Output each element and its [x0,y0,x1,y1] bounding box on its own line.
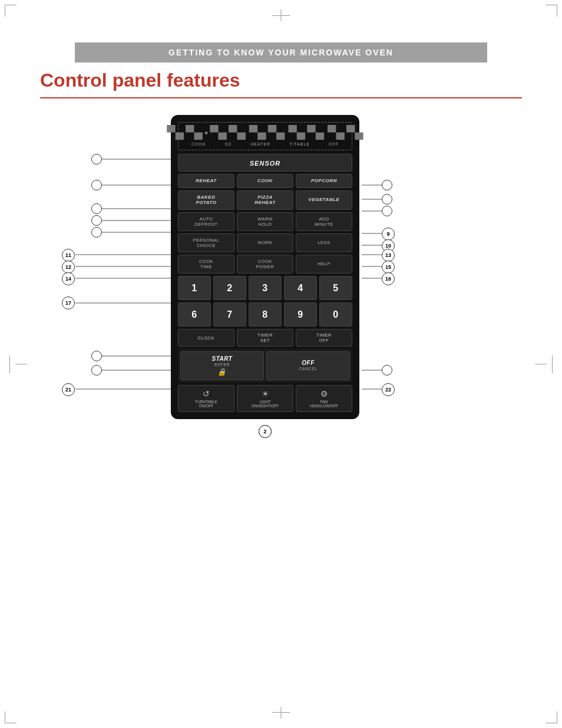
crosshair-left-v [9,355,10,373]
callout-num-15: 15 [382,261,395,274]
callout-num-9: 9 [382,228,395,241]
display-digit-4: ▀▄ [229,126,246,140]
popcorn-button[interactable]: POPCORN [296,174,352,188]
callout-num-12: 12 [62,261,75,274]
add-minute-button[interactable]: ADD MINUTE [296,212,352,231]
num-9-button[interactable]: 9 [284,302,317,327]
turntable-label: TURNTABLE ON/OFF [195,400,217,408]
button-row-5: COOK TIME COOK POWER HELP [178,255,352,274]
callout-num-16: 16 [382,272,395,285]
fan-button[interactable]: ⚙ FAN HIGH/LOW/OFF [296,385,352,412]
more-button[interactable]: MORE [237,233,293,252]
button-row-6: CLOCK TIMER SET TIMER OFF [178,329,352,347]
callout-num-21: 21 [62,383,75,396]
light-label: LIGHT ON/NIGHT/OFF [252,400,279,408]
reheat-button[interactable]: REHEAT [178,174,234,188]
header-text: GETTING TO KNOW YOUR MICROWAVE OVEN [168,48,394,57]
callout-circle-2 [91,180,102,190]
num-7-button[interactable]: 7 [213,302,246,327]
display-digit-7: ▀▄ [288,126,305,140]
button-row-1: REHEAT COOK POPCORN [178,174,352,188]
fan-icon: ⚙ [297,389,351,398]
help-button[interactable]: HELP [296,255,352,274]
cook-power-button[interactable]: COOK POWER [237,255,293,274]
corner-mark-bl [5,711,16,723]
display-label-ttable: T/TABLE [289,142,310,146]
num-0-button[interactable]: 0 [319,302,352,327]
display-digit-6: ▀▄ [268,126,285,140]
page-title: Control panel features [40,70,240,91]
button-row-3: AUTO DEFROST WARM HOLD ADD MINUTE [178,212,352,231]
light-icon: ☀ [239,389,292,398]
callout-num-14: 14 [62,272,75,285]
fan-label: FAN HIGH/LOW/OFF [310,400,338,408]
cook-time-button[interactable]: COOK TIME [178,255,234,274]
light-button[interactable]: ☀ LIGHT ON/NIGHT/OFF [237,385,293,412]
baked-potato-button[interactable]: BAKED POTATO [178,190,234,210]
timer-set-button[interactable]: TIMER SET [237,329,293,347]
button-row-4: PERSONAL CHOICE MORE LESS [178,233,352,252]
off-button[interactable]: OFF CANCEL [266,351,350,380]
crosshair-right-v [552,355,553,373]
vegetable-button[interactable]: VEGETABLE [296,190,352,210]
crosshair-right-h [535,364,547,364]
crosshair-bottom-v [281,707,282,719]
callout-num-22: 22 [382,383,395,396]
display-digit-10: ▀▄ [346,126,363,140]
microwave-panel-wrapper: ▀▄ ▀▄ • ▀▄ ▀▄ ▀▄ ▀▄ [171,115,359,425]
icon-button-row: ↺ TURNTABLE ON/OFF ☀ LIGHT ON/NIGHT/OFF … [178,385,352,412]
callout-num-11: 11 [62,249,75,262]
less-button[interactable]: LESS [296,233,352,252]
display-label-cook: COOK [191,142,206,146]
corner-mark-tr [546,5,557,17]
crosshair-left-h [15,364,27,364]
callout-circle-1 [91,154,102,164]
callout-circle-4 [91,215,102,226]
display-label-heater: HEATER [250,142,270,146]
lock-icon: 🔒 [182,368,262,376]
num-5-button[interactable]: 5 [319,276,352,300]
start-sub-label: ENTER [182,363,262,367]
callout-circle-r2 [382,194,392,205]
num-8-button[interactable]: 8 [249,302,282,327]
callout-circle-r3 [382,206,392,216]
callout-num-13: 13 [382,249,395,262]
callout-circle-6 [91,351,102,361]
start-label: START [212,355,233,362]
off-label: OFF [302,360,315,366]
num-4-button[interactable]: 4 [284,276,317,300]
num-1-button[interactable]: 1 [178,276,211,300]
crosshair-top-v [281,9,282,21]
num-3-button[interactable]: 3 [249,276,282,300]
display-digit-8: ▀▄ [307,126,324,140]
num-2-button[interactable]: 2 [213,276,246,300]
clock-button[interactable]: CLOCK [178,329,234,347]
warm-hold-button[interactable]: WARM HOLD [237,212,293,231]
start-button[interactable]: START ENTER 🔒 [180,351,264,380]
turntable-button[interactable]: ↺ TURNTABLE ON/OFF [178,385,234,412]
start-off-wrapper: START ENTER 🔒 OFF CANCEL [178,349,352,383]
corner-mark-tl [5,5,16,17]
callout-circle-3 [91,203,102,214]
display-digit-3: ▀▄ [210,126,227,140]
number-row-1: 1 2 3 4 5 [178,276,352,300]
display-label-oz: OZ [225,142,232,146]
display-digit-9: ▀▄ [328,126,345,140]
turntable-icon: ↺ [180,389,233,398]
timer-off-button[interactable]: TIMER OFF [296,329,352,347]
auto-defrost-button[interactable]: AUTO DEFROST [178,212,234,231]
display-section: ▀▄ ▀▄ • ▀▄ ▀▄ ▀▄ ▀▄ [178,122,352,150]
off-sub-label: CANCEL [268,367,348,371]
personal-choice-button[interactable]: PERSONAL CHOICE [178,233,234,252]
sensor-label: SENSOR [250,160,280,167]
corner-mark-br [546,711,557,723]
display-digit-1: ▀▄ [167,126,184,140]
title-rule [40,97,522,98]
header-banner: GETTING TO KNOW YOUR MICROWAVE OVEN [75,42,487,62]
number-row-2: 6 7 8 9 0 [178,302,352,327]
pizza-reheat-button[interactable]: PIZZA REHEAT [237,190,293,210]
display-digit-5: ▀▄ [249,126,266,140]
cook-button[interactable]: COOK [237,174,293,188]
num-6-button[interactable]: 6 [178,302,211,327]
callout-circle-5 [91,227,102,238]
